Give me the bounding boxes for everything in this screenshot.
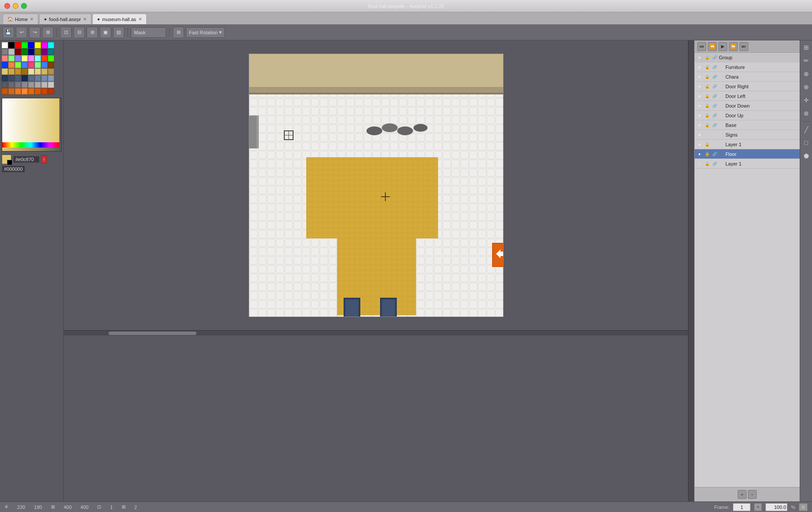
- palette-color[interactable]: [48, 82, 54, 88]
- layer-lock-button[interactable]: 🔒: [704, 103, 710, 109]
- layer-lock-button[interactable]: 🔒: [704, 64, 710, 70]
- save-button[interactable]: 💾: [3, 27, 14, 38]
- palette-color[interactable]: [35, 49, 41, 55]
- layer-eye-button[interactable]: ●: [696, 151, 703, 157]
- delete-layer-button[interactable]: −: [748, 490, 757, 499]
- redo-button[interactable]: ↪: [29, 27, 40, 38]
- checkerboard-tool[interactable]: ⊞: [800, 41, 812, 54]
- mask-dropdown[interactable]: Mask: [131, 27, 166, 38]
- layer-lock-button[interactable]: 🔒: [704, 112, 710, 119]
- undo-button[interactable]: ↩: [16, 27, 27, 38]
- palette-color[interactable]: [48, 49, 54, 55]
- alpha-bar[interactable]: [2, 148, 61, 151]
- layer-link-button[interactable]: 🔗: [711, 74, 718, 80]
- palette-color[interactable]: [28, 88, 34, 94]
- palette-color[interactable]: [22, 49, 28, 55]
- palette-color[interactable]: [48, 69, 54, 75]
- tab-home[interactable]: 🏠 Home ✕: [3, 14, 38, 24]
- palette-color[interactable]: [22, 69, 28, 75]
- layer-eye-button[interactable]: ●: [696, 132, 703, 138]
- palette-color[interactable]: [8, 75, 14, 81]
- palette-color[interactable]: [8, 62, 14, 68]
- layer-link-button[interactable]: 🔗: [711, 54, 718, 61]
- first-frame-button[interactable]: ⏮: [697, 42, 706, 51]
- prev-frame-button[interactable]: ⏪: [708, 42, 717, 51]
- view-btn-1[interactable]: ⊡: [60, 27, 72, 38]
- palette-color[interactable]: [2, 75, 8, 81]
- pencil-tool[interactable]: ✏: [800, 54, 812, 67]
- layer-eye-button[interactable]: ●: [696, 74, 703, 80]
- layer-eye-button[interactable]: ●: [696, 54, 703, 61]
- rotation-dropdown[interactable]: Fast Rotation ▾: [186, 27, 225, 38]
- layer-lock-button[interactable]: 🔒: [704, 151, 710, 157]
- palette-color[interactable]: [35, 69, 41, 75]
- palette-color[interactable]: [41, 42, 47, 48]
- palette-color[interactable]: [28, 49, 34, 55]
- palette-color[interactable]: [35, 75, 41, 81]
- frame-increment-button[interactable]: +: [754, 503, 762, 511]
- palette-color[interactable]: [8, 49, 14, 55]
- palette-color[interactable]: [35, 62, 41, 68]
- palette-color[interactable]: [15, 49, 21, 55]
- palette-color[interactable]: [2, 82, 8, 88]
- palette-color[interactable]: [35, 88, 41, 94]
- layer-row[interactable]: ● 🔒 🔗 Base: [695, 120, 800, 130]
- palette-color[interactable]: [35, 55, 41, 61]
- secondary-hex-input[interactable]: #000000: [2, 166, 25, 173]
- snap-btn[interactable]: ⊞: [173, 27, 184, 38]
- layer-row[interactable]: ● 🔒 🔗 Group: [695, 53, 800, 62]
- palette-color[interactable]: [15, 69, 21, 75]
- color-hue-bar[interactable]: [2, 142, 59, 148]
- zoom-in-button[interactable]: ⊞: [42, 27, 54, 38]
- palette-color[interactable]: [35, 82, 41, 88]
- color-gradient[interactable]: [2, 98, 59, 142]
- layer-lock-button[interactable]: 🔒: [704, 83, 710, 90]
- layer-link-button[interactable]: 🔗: [711, 93, 718, 99]
- palette-color[interactable]: [15, 62, 21, 68]
- minimize-button[interactable]: [13, 3, 18, 9]
- palette-color[interactable]: [2, 88, 8, 94]
- palette-color[interactable]: [2, 69, 8, 75]
- palette-color[interactable]: [28, 55, 34, 61]
- maximize-button[interactable]: [21, 3, 27, 9]
- view-btn-3[interactable]: ⊞: [87, 27, 98, 38]
- layer-link-button[interactable]: 🔗: [711, 64, 718, 70]
- next-frame-button[interactable]: ⏩: [729, 42, 738, 51]
- canvas-grid-button[interactable]: ⊞: [799, 503, 808, 511]
- palette-color[interactable]: [22, 42, 28, 48]
- layer-link-button[interactable]: 🔗: [711, 161, 718, 167]
- palette-color[interactable]: [41, 88, 47, 94]
- palette-color[interactable]: [15, 88, 21, 94]
- layer-eye-button[interactable]: ○: [696, 161, 703, 167]
- scrollbar-thumb[interactable]: [109, 332, 196, 335]
- layer-eye-button[interactable]: ●: [696, 64, 703, 70]
- palette-color[interactable]: [48, 88, 54, 94]
- layer-eye-button[interactable]: ●: [696, 112, 703, 119]
- eyedropper-tool[interactable]: ⊕: [800, 68, 812, 80]
- palette-color[interactable]: [28, 82, 34, 88]
- tab-home-close[interactable]: ✕: [30, 17, 33, 22]
- tab-museum-hall[interactable]: ● museum-hall.as ✕: [92, 14, 147, 24]
- layer-row[interactable]: ● Signs: [695, 130, 800, 140]
- view-btn-4[interactable]: ▣: [100, 27, 111, 38]
- palette-color[interactable]: [41, 49, 47, 55]
- tab-food-hall-close[interactable]: ✕: [83, 17, 87, 22]
- layer-link-button[interactable]: 🔗: [711, 112, 718, 119]
- tab-food-hall[interactable]: ● food-hall.asepr ✕: [39, 14, 91, 24]
- palette-color[interactable]: [2, 62, 8, 68]
- layer-link-button[interactable]: 🔗: [711, 103, 718, 109]
- layer-lock-button[interactable]: [704, 132, 710, 138]
- layer-lock-button[interactable]: 🔒: [704, 54, 710, 61]
- zoom-value-input[interactable]: [765, 503, 787, 511]
- layer-lock-button[interactable]: 🔒: [704, 93, 710, 99]
- palette-color[interactable]: [41, 62, 47, 68]
- close-button[interactable]: [4, 3, 10, 9]
- frame-number-input[interactable]: [733, 503, 750, 511]
- layer-row[interactable]: ● 🔒 🔗 Door Up: [695, 111, 800, 120]
- palette-color[interactable]: [15, 42, 21, 48]
- paint-tool[interactable]: ⬟: [800, 150, 812, 162]
- last-frame-button[interactable]: ⏭: [740, 42, 748, 51]
- palette-color[interactable]: [2, 49, 8, 55]
- palette-color[interactable]: [28, 42, 34, 48]
- palette-color[interactable]: [22, 55, 28, 61]
